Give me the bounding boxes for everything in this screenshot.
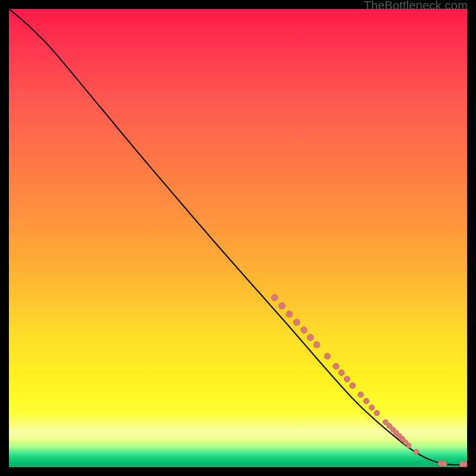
chart-canvas: TheBottleneck.com	[0, 0, 476, 476]
bottleneck-curve	[9, 9, 467, 465]
data-dot	[369, 405, 374, 410]
data-dot	[324, 353, 330, 359]
data-dot	[286, 311, 293, 317]
data-dot	[441, 461, 447, 467]
data-dot	[271, 295, 278, 301]
data-dot	[374, 411, 380, 416]
data-dot	[358, 392, 364, 398]
data-dot	[314, 342, 320, 348]
data-dot	[339, 369, 345, 375]
data-dot	[279, 303, 286, 309]
data-dot	[307, 334, 314, 341]
data-dot	[344, 376, 350, 382]
chart-svg	[9, 9, 467, 467]
data-dot	[414, 449, 419, 455]
data-dot	[333, 363, 339, 369]
data-dot	[364, 398, 369, 404]
data-dot	[406, 443, 411, 448]
data-dot	[293, 319, 300, 325]
data-dots-group	[271, 295, 467, 467]
data-dot	[300, 327, 307, 333]
plot-area	[9, 9, 467, 467]
data-dot	[350, 383, 356, 389]
